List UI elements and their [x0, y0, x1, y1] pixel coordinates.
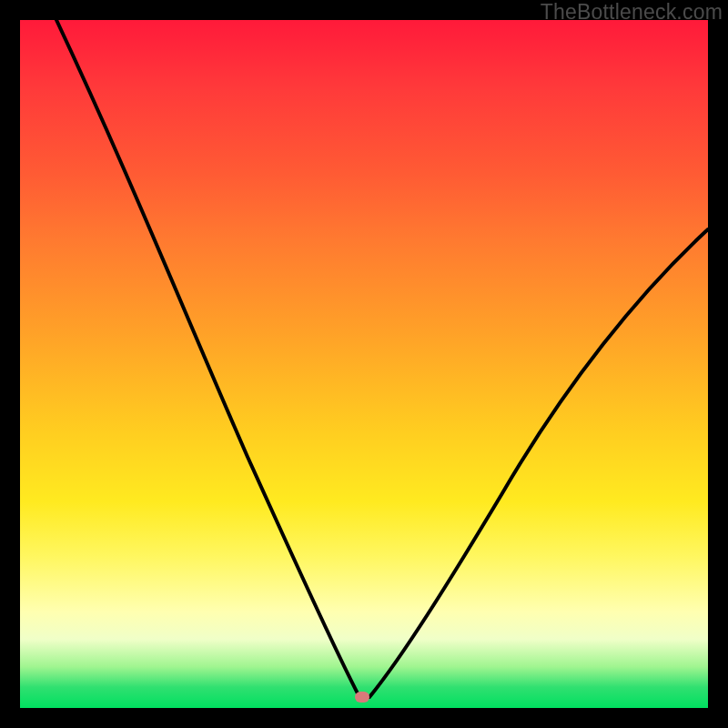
plot-area: [20, 20, 708, 708]
bottleneck-curve: [20, 20, 708, 708]
minimum-marker: [355, 692, 369, 703]
chart-frame: TheBottleneck.com: [0, 0, 728, 728]
curve-right-branch: [369, 229, 708, 697]
curve-left-branch: [56, 20, 359, 695]
watermark-text: TheBottleneck.com: [541, 0, 723, 25]
